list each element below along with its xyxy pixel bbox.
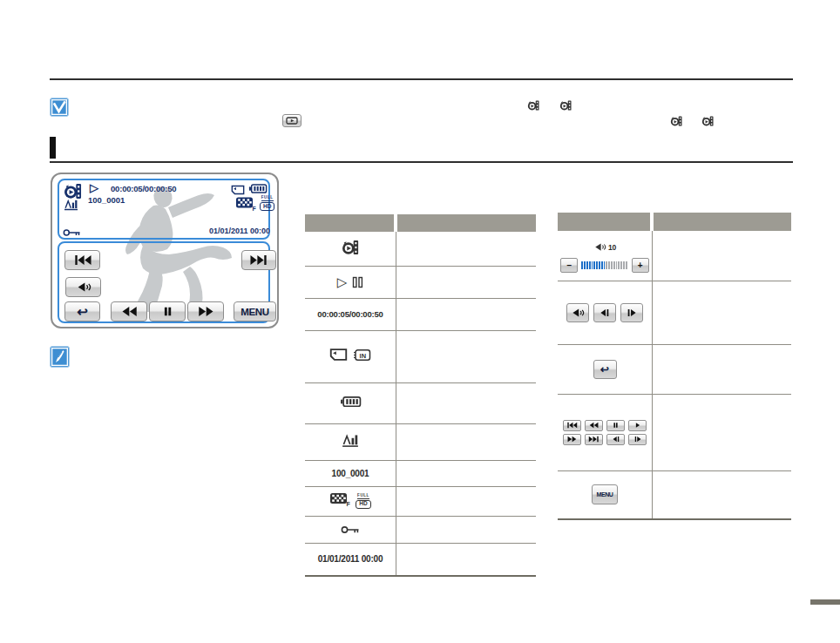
table-row: 01/01/2011 00:00 <box>305 543 536 577</box>
volume-segment <box>589 261 591 269</box>
volume-segment <box>592 261 593 269</box>
rewind-button[interactable] <box>111 301 147 322</box>
indicators-table-header-right <box>397 214 536 232</box>
table-row: ↩ <box>558 344 791 395</box>
file-name: 100_0001 <box>88 195 125 205</box>
volume-icon <box>593 240 606 255</box>
volume-segment <box>626 261 627 269</box>
volume-button[interactable] <box>566 303 589 322</box>
volume-button[interactable] <box>65 277 101 297</box>
note-pen-icon <box>50 346 70 368</box>
return-button[interactable]: ↩ <box>593 360 617 379</box>
buttons-table: 10 − + ↩ <box>558 213 791 519</box>
skip-back-button[interactable] <box>563 420 581 431</box>
indicators-table: ▷ 00:00:05/00:00:50 IN <box>305 214 536 576</box>
volume-segment <box>613 261 615 269</box>
table-row: ▷ <box>305 266 536 299</box>
volume-segment <box>604 261 606 269</box>
quality-icon: F <box>235 196 256 214</box>
pause-button[interactable] <box>149 301 186 322</box>
svg-text:F: F <box>347 501 351 507</box>
volume-segment <box>584 261 586 269</box>
lcd-screen-mockup: ▷ 00:00:05/00:00:50 100_0001 F FULL HD 0… <box>51 173 279 328</box>
section-divider <box>50 161 793 163</box>
svg-text:IN: IN <box>360 351 367 359</box>
volume-segment <box>593 261 595 269</box>
fast-forward-button[interactable] <box>187 301 224 322</box>
volume-plus-button[interactable]: + <box>632 258 649 273</box>
table-row <box>305 382 536 424</box>
video-play-mode-icon <box>527 99 540 115</box>
frame-forward-button[interactable] <box>620 303 643 322</box>
table-row: 10 − + <box>558 231 791 281</box>
frame-forward-button[interactable] <box>628 434 647 445</box>
quality-icon: F <box>329 491 350 511</box>
pause-button[interactable] <box>606 420 625 431</box>
volume-segment <box>599 261 600 269</box>
protect-key-icon <box>341 522 360 538</box>
menu-button[interactable]: MENU <box>592 484 618 504</box>
volume-segment <box>620 261 622 269</box>
playback-mode-button-icon <box>282 114 301 127</box>
buttons-table-header-left <box>558 213 650 231</box>
volume-segment <box>586 261 588 269</box>
file-name: 100_0001 <box>332 469 369 478</box>
rewind-button[interactable] <box>585 420 603 431</box>
volume-level: 10 <box>608 243 616 252</box>
protect-key-icon <box>63 225 81 240</box>
fullhd-icon: FULL HD <box>260 196 274 211</box>
skip-forward-button[interactable] <box>585 434 603 445</box>
date-time: 01/01/2011 00:00 <box>318 554 383 564</box>
video-play-mode-icon <box>670 115 683 131</box>
volume-minus-button[interactable]: − <box>560 258 578 273</box>
volume-segment <box>623 261 625 269</box>
menu-button[interactable]: MENU <box>234 301 276 322</box>
indicators-table-header-left <box>305 214 394 232</box>
battery-icon <box>340 395 362 412</box>
volume-segment <box>601 261 603 269</box>
table-row: MENU <box>558 470 791 520</box>
volume-segment <box>606 261 607 269</box>
play-button[interactable] <box>628 420 647 431</box>
fast-forward-button[interactable] <box>563 434 581 445</box>
play-icon: ▷ <box>90 181 98 194</box>
volume-segment <box>596 261 598 269</box>
play-icon: ▷ <box>337 274 347 290</box>
video-play-mode-icon <box>342 239 360 260</box>
volume-segment <box>611 261 613 269</box>
audio-level-icon <box>342 432 359 451</box>
fullhd-icon: FULL HD <box>356 494 370 509</box>
playback-time-counter: 00:00:05/00:00:50 <box>111 184 176 193</box>
skip-back-button[interactable] <box>64 250 100 270</box>
return-icon: ↩ <box>77 304 88 320</box>
audio-level-icon <box>64 198 78 214</box>
frame-back-button[interactable] <box>606 434 625 445</box>
memory-card-icon <box>329 348 348 365</box>
note-check-icon <box>50 98 69 117</box>
table-row <box>305 232 536 267</box>
volume-segment <box>581 261 583 269</box>
table-row <box>305 516 536 544</box>
table-row: 100_0001 <box>305 460 536 487</box>
frame-back-button[interactable] <box>593 303 616 322</box>
video-play-mode-icon <box>559 99 572 115</box>
manual-page: ▷ 00:00:05/00:00:50 100_0001 F FULL HD 0… <box>0 0 840 643</box>
volume-bar <box>581 261 627 270</box>
table-row <box>558 281 791 345</box>
svg-text:F: F <box>253 206 257 212</box>
internal-memory-icon: IN <box>353 349 371 365</box>
volume-segment <box>616 261 618 269</box>
table-row: IN <box>305 330 536 383</box>
table-row <box>305 423 536 461</box>
return-icon: ↩ <box>600 363 609 376</box>
pause-icon <box>352 276 363 288</box>
return-button[interactable]: ↩ <box>64 301 100 322</box>
date-time: 01/01/2011 00:00 <box>209 227 270 235</box>
skip-forward-button[interactable] <box>241 250 276 270</box>
video-play-mode-icon <box>701 115 715 131</box>
table-row <box>558 394 791 471</box>
playback-time-counter: 00:00:05/00:00:50 <box>317 309 383 319</box>
section-heading-bar <box>50 137 56 159</box>
top-divider <box>50 78 793 80</box>
volume-segment <box>608 261 610 269</box>
